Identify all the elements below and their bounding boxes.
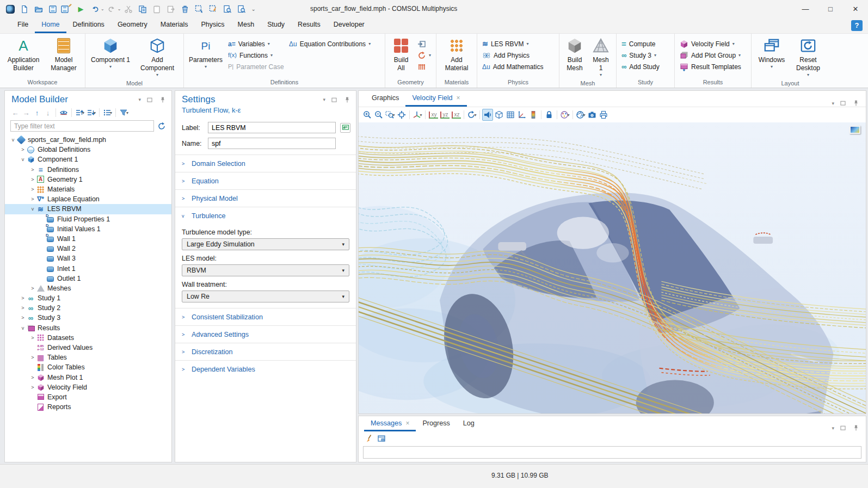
pin-panel-icon[interactable] [852, 424, 860, 431]
close-tab-icon[interactable]: × [457, 90, 460, 106]
section-physical-model[interactable]: >Physical Model [175, 189, 356, 207]
result-templates-button[interactable]: Result Templates [678, 61, 748, 72]
open-button[interactable] [32, 3, 45, 16]
expander-icon[interactable]: > [29, 355, 36, 360]
save-button[interactable] [46, 3, 59, 16]
wall-treatment-select[interactable]: Low Re▾ [182, 291, 349, 302]
print-button[interactable] [598, 109, 609, 121]
redo-button[interactable] [105, 3, 119, 16]
messages-output[interactable] [363, 446, 861, 459]
zoom-box-button[interactable]: ▾ [385, 109, 396, 121]
copy-button[interactable] [136, 3, 149, 16]
filter-button[interactable]: ▾ [119, 107, 129, 118]
tree-item-definitions[interactable]: >≡Definitions [5, 165, 171, 175]
tree-item-derived-values[interactable]: 8.85e-12Derived Values [5, 343, 171, 353]
import-geometry-button[interactable] [415, 38, 433, 50]
tab-messages[interactable]: Messages× [364, 416, 416, 431]
tree-item-study-3[interactable]: >∞Study 3 [5, 313, 171, 323]
tree-item-global-definitions[interactable]: >Global Definitions [5, 145, 171, 155]
tab-log[interactable]: Log [457, 416, 481, 431]
forward-button[interactable]: → [21, 107, 31, 118]
color-theme-button[interactable]: ▾ [559, 109, 570, 121]
add-component-button[interactable]: Add Component [134, 35, 181, 79]
show-color-legend-button[interactable] [528, 109, 539, 121]
zoom-extents-button[interactable] [396, 109, 407, 121]
maximize-button[interactable]: □ [818, 0, 843, 18]
view-xy-button[interactable]: xy [428, 109, 439, 121]
lock-view-button[interactable] [544, 109, 555, 121]
name-field[interactable] [208, 138, 336, 149]
build-all-button[interactable]: Build All [388, 35, 414, 73]
les-model-select[interactable]: RBVM▾ [182, 264, 349, 276]
tree-item-reports[interactable]: Reports [5, 402, 171, 412]
paste-button[interactable] [150, 3, 163, 16]
tree-item-laplace-equation[interactable]: >∇*Laplace Equation [5, 194, 171, 204]
expander-icon[interactable]: > [19, 147, 27, 152]
tab-study[interactable]: Study [261, 17, 291, 33]
customize-toolbar-chevron[interactable]: ⌄ [251, 6, 255, 12]
cut-button[interactable] [121, 3, 135, 16]
float-panel-icon[interactable] [839, 424, 847, 431]
mesh-1-button[interactable]: Mesh 1 [588, 35, 613, 79]
section-turbulence[interactable]: vTurbulence [175, 207, 356, 224]
scene-thumbnail-icon[interactable] [849, 126, 860, 134]
go-to-view-button[interactable]: ▾ [412, 109, 423, 121]
tab-file[interactable]: File [11, 17, 35, 33]
expander-icon[interactable]: v [29, 206, 36, 212]
panel-menu-chevron-icon[interactable]: ▾ [138, 97, 141, 102]
tree-item-meshes[interactable]: >Meshes [5, 283, 171, 293]
label-field[interactable] [208, 122, 336, 133]
view-xz-button[interactable]: xz [451, 109, 461, 121]
section-equation[interactable]: >Equation [175, 172, 356, 189]
scene-light-button[interactable] [482, 109, 493, 121]
show-options-button[interactable] [59, 107, 69, 118]
expander-icon[interactable]: > [29, 335, 36, 341]
environment-reflections-button[interactable]: ▾ [575, 109, 586, 121]
variables-button[interactable]: a=Variables [226, 38, 286, 50]
section-discretization[interactable]: >Discretization [175, 343, 356, 360]
tree-item-inlet-1[interactable]: Inlet 1 [5, 263, 171, 273]
add-material-button[interactable]: ↓ Add Material [439, 35, 474, 73]
tab-results[interactable]: Results [291, 17, 327, 33]
expander-icon[interactable]: v [9, 137, 17, 143]
filter-input[interactable] [10, 120, 154, 132]
parameter-case-button[interactable]: P|Parameter Case [226, 61, 286, 72]
expander-icon[interactable]: > [19, 295, 27, 301]
tree-item-velocity-field[interactable]: >Velocity Field [5, 382, 171, 392]
expander-icon[interactable]: > [19, 315, 27, 320]
tree-item-datasets[interactable]: >Datasets [5, 333, 171, 343]
collapse-all-button[interactable]: ▾ [86, 107, 96, 118]
parameters-button[interactable]: Pi Parameters [187, 35, 225, 71]
build-mesh-button[interactable]: Build Mesh [562, 35, 587, 73]
expander-icon[interactable]: > [29, 177, 36, 182]
expander-icon[interactable]: v [19, 157, 27, 162]
equation-contributions-button[interactable]: ΔuEquation Contributions [287, 38, 382, 50]
study-3-button[interactable]: ∞Study 3 [619, 50, 672, 61]
section-domain-selection[interactable]: >Domain Selection [175, 155, 356, 172]
component-1-button[interactable]: Component 1 [88, 35, 133, 71]
new-file-button[interactable] [17, 3, 31, 16]
pin-panel-icon[interactable] [343, 96, 352, 103]
zoom-out-button[interactable] [373, 109, 384, 121]
node-label-button[interactable]: ▾ [102, 107, 113, 118]
rotate-view-button[interactable]: ▾ [466, 109, 477, 121]
section-consistent-stabilization[interactable]: >Consistent Stabilization [175, 308, 356, 325]
pin-panel-icon[interactable] [158, 96, 167, 103]
tree-item-wall-2[interactable]: Wall 2 [5, 244, 171, 254]
tree-item-study-1[interactable]: >∞Study 1 [5, 293, 171, 303]
tab-progress[interactable]: Progress [416, 416, 456, 431]
tab-graphics[interactable]: Graphics [365, 90, 405, 107]
tree-item-wall-3[interactable]: Wall 3 [5, 254, 171, 263]
tree-item-study-2[interactable]: >∞Study 2 [5, 303, 171, 313]
float-panel-icon[interactable] [330, 96, 338, 103]
transparency-button[interactable] [494, 109, 504, 121]
expander-icon[interactable]: v [19, 325, 27, 331]
panel-menu-chevron-icon[interactable]: ▾ [832, 101, 834, 106]
expander-icon[interactable]: > [29, 196, 36, 202]
message-window-options-button[interactable] [376, 433, 387, 444]
functions-button[interactable]: f(x)Functions [226, 50, 286, 61]
tab-definitions[interactable]: Definitions [66, 17, 111, 33]
tab-physics[interactable]: Physics [194, 17, 231, 33]
duplicate-button[interactable] [164, 3, 177, 16]
add-physics-button[interactable]: Add Physics [480, 50, 556, 61]
